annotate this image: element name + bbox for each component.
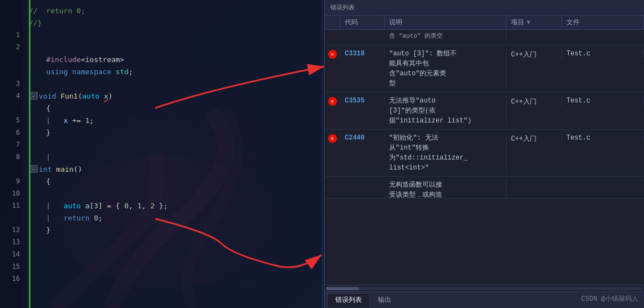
code-line: { (29, 175, 316, 187)
code-line: | return 0; (29, 212, 316, 224)
panel-title-text: 错误列表 (330, 3, 355, 12)
tab-error-list-label: 错误列表 (335, 295, 362, 305)
code-line: //} (29, 17, 316, 29)
line-num: 2 (0, 41, 23, 53)
error-icon: ✕ (328, 50, 337, 59)
line-num: 1 (0, 29, 23, 41)
scrollbar-thumb[interactable] (326, 287, 359, 290)
code-line: // return 0; (29, 4, 316, 17)
error-code: C3318 (345, 50, 365, 58)
tab-output-label: 输出 (378, 295, 391, 305)
td-icon: ✕ (325, 133, 340, 143)
line-num (0, 102, 23, 114)
table-header: 代码 说明 项目 ▼ 文件 (325, 16, 644, 30)
td-code: C2440 (340, 133, 385, 142)
error-icon: ✕ (328, 134, 337, 143)
line-num (0, 17, 23, 29)
td-desc: 无构造函数可以接受该类型，或构造 (385, 180, 507, 199)
line-num (0, 65, 23, 78)
th-file: 文件 (562, 16, 644, 29)
code-line (29, 29, 316, 41)
th-code: 代码 (340, 16, 385, 29)
table-row[interactable]: ✕ C3535 无法推导"auto[3]"的类型(依据"initializer … (325, 93, 644, 130)
active-line-indicator (29, 0, 30, 308)
code-editor: 1 2 3 4 5 6 7 8 9 10 11 12 13 14 15 16 /… (0, 0, 321, 308)
code-line (29, 78, 316, 90)
line-num: 10 (0, 187, 23, 199)
line-num (0, 163, 23, 175)
error-code: C2440 (345, 134, 365, 142)
td-icon: ✕ (325, 96, 340, 106)
table-row[interactable]: ✕ C2440 "初始化": 无法从"int"转换为"std::initiali… (325, 130, 644, 177)
code-line: #include<iostream> (29, 53, 316, 65)
td-code (340, 180, 385, 181)
line-num: 6 (0, 126, 23, 138)
table-body[interactable]: 含 "auto" 的类空 ✕ C3318 "auto [3]": 数组不能具有其… (325, 30, 644, 285)
line-num: 5 (0, 114, 23, 126)
td-project: C++入门 (507, 96, 562, 106)
td-project (507, 180, 562, 181)
line-num: 14 (0, 248, 23, 260)
code-line: { (29, 102, 316, 114)
error-table: 代码 说明 项目 ▼ 文件 含 "auto" 的类空 (325, 16, 644, 291)
th-icon (325, 16, 340, 29)
col-project-label: 项目 (511, 18, 524, 27)
th-desc: 说明 (385, 16, 507, 29)
td-project: C++入门 (507, 49, 562, 59)
code-line: } (29, 224, 316, 236)
table-row[interactable]: ✕ C3318 "auto [3]": 数组不能具有其中包含"auto"的元素类… (325, 45, 644, 93)
td-desc: "初始化": 无法从"int"转换为"std::initializer_list… (385, 133, 507, 173)
code-line: -int main() (29, 163, 316, 175)
panel-title: 错误列表 (325, 0, 644, 16)
td-file (562, 180, 644, 181)
sort-arrow-icon: ▼ (527, 19, 530, 27)
line-num (0, 212, 23, 224)
code-line: } (29, 126, 316, 138)
code-content: // return 0; //} #include<iostream> usin… (23, 0, 321, 308)
line-num: 9 (0, 175, 23, 187)
code-line: | (29, 151, 316, 163)
line-num: 11 (0, 199, 23, 212)
tab-error-list[interactable]: 错误列表 (327, 293, 370, 307)
table-row[interactable]: 含 "auto" 的类空 (325, 30, 644, 45)
col-file-label: 文件 (566, 18, 580, 27)
line-num: 4 (0, 90, 23, 102)
td-file: Test.c (562, 96, 644, 105)
line-num: 13 (0, 236, 23, 248)
error-panel: 错误列表 代码 说明 项目 ▼ 文件 含 "a (324, 0, 644, 308)
col-code-label: 代码 (345, 18, 358, 27)
line-num: 3 (0, 78, 23, 90)
watermark: CSDN @小镇敲码人 (581, 294, 638, 304)
col-desc-label: 说明 (389, 18, 402, 27)
td-file (562, 32, 644, 33)
scrollbar-track[interactable] (326, 287, 643, 290)
td-icon (325, 180, 340, 181)
code-line: using namespace std; (29, 65, 316, 78)
td-icon: ✕ (325, 49, 340, 59)
code-line (29, 138, 316, 151)
code-line: -void Fun1(auto x) (29, 90, 316, 102)
line-num: 8 (0, 151, 23, 163)
line-num: 16 (0, 273, 23, 285)
td-icon (325, 32, 340, 33)
td-project (507, 32, 562, 33)
td-file: Test.c (562, 49, 644, 58)
line-num (0, 53, 23, 65)
line-num: 15 (0, 260, 23, 273)
table-row[interactable]: 无构造函数可以接受该类型，或构造 (325, 177, 644, 199)
td-code (340, 32, 385, 33)
error-code: C3535 (345, 97, 365, 105)
td-project: C++入门 (507, 133, 562, 143)
td-desc: 含 "auto" 的类空 (385, 32, 507, 41)
code-line: | x += 1; (29, 114, 316, 126)
th-project: 项目 ▼ (507, 16, 562, 29)
line-numbers: 1 2 3 4 5 6 7 8 9 10 11 12 13 14 15 16 (0, 0, 23, 308)
horizontal-scrollbar[interactable] (325, 285, 644, 291)
error-icon: ✕ (328, 97, 337, 106)
code-line (29, 187, 316, 199)
line-num: 7 (0, 138, 23, 151)
tab-output[interactable]: 输出 (370, 293, 399, 307)
td-desc: 无法推导"auto[3]"的类型(依据"initializer list") (385, 96, 507, 126)
td-code: C3535 (340, 96, 385, 105)
td-file: Test.c (562, 133, 644, 142)
